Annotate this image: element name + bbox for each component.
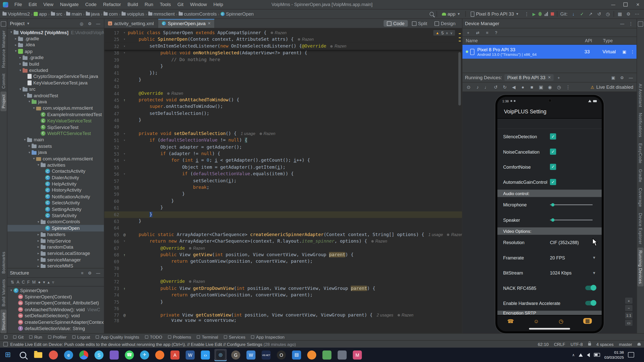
project-tree-item[interactable]: CryptoStorageServiceTest.java — [7, 73, 104, 80]
device-select[interactable]: Pixel 8 Pro API 33 ▼ — [469, 11, 521, 17]
stop-button[interactable] — [551, 12, 554, 16]
settings-gear-icon[interactable]: ⚙ — [87, 271, 93, 275]
chevron-down-icon[interactable]: ▼ — [592, 271, 596, 275]
project-tree-item[interactable]: ▸serviceLocalStorage — [7, 250, 104, 256]
notifications-bell-icon[interactable] — [638, 21, 643, 27]
usage-inlay[interactable]: 2 usages — [377, 312, 393, 319]
caret-position[interactable]: 62:10 — [538, 342, 549, 347]
more-icon[interactable]: ⋮ — [628, 21, 634, 26]
chevron-collapsed-icon[interactable]: ▸ — [18, 62, 23, 66]
code-line-68[interactable]: 68↑ public View getView(int position, Vi… — [104, 252, 462, 258]
line-number[interactable]: 45 — [104, 97, 121, 104]
code-line-58[interactable]: 58 break; — [104, 184, 462, 191]
menu-git[interactable]: Git — [175, 1, 186, 8]
home-icon[interactable]: ● — [520, 84, 526, 89]
line-number[interactable]: 25 — [104, 36, 121, 43]
code-line-77[interactable]: 77@ private View getCustomView(int posit… — [104, 312, 462, 319]
code-line-47[interactable]: 47 setDefaultSelection(); — [104, 110, 462, 117]
breadcrumb-item[interactable]: voipplus — [122, 12, 144, 17]
collapse-icon[interactable]: ▿ — [52, 280, 54, 284]
status-message[interactable]: Enable Live Edit on Device: Push code ed… — [10, 342, 296, 347]
code-line-65[interactable]: 65@ public static ArrayAdapter<CharSeque… — [104, 231, 462, 238]
code-line-49[interactable]: 49 — [104, 124, 462, 130]
chevron-expanded-icon[interactable]: ▾ — [27, 151, 32, 154]
line-number[interactable]: 41 — [104, 70, 121, 77]
code-line-76[interactable]: 76 — [104, 305, 462, 312]
nav-contacts-icon[interactable]: ☺ — [534, 318, 539, 324]
taskbar-app-skype[interactable]: S — [93, 349, 105, 361]
hide-panel-icon[interactable]: — — [95, 271, 101, 275]
project-tree-item[interactable]: CStartActivity — [7, 212, 104, 219]
breadcrumb-item[interactable]: src — [51, 12, 62, 17]
home-indicator[interactable] — [497, 326, 602, 331]
author-inlay[interactable]: Razen — [259, 130, 275, 137]
zoom-in-button[interactable]: + — [625, 298, 632, 304]
device-launch-icon[interactable]: ▣ — [620, 50, 628, 54]
code-line-75[interactable]: 75 } — [104, 299, 462, 305]
line-number[interactable]: 43 — [104, 83, 121, 90]
line-number[interactable]: 17 — [104, 30, 121, 36]
line-number[interactable]: 46 — [104, 104, 121, 110]
line-number[interactable]: 38 — [104, 50, 121, 57]
project-tree-item[interactable]: ▾main — [7, 137, 104, 143]
code-line-55[interactable]: 55 Object item = getAdapter().getItem(i)… — [104, 164, 462, 171]
git-update-icon[interactable]: ↓ — [571, 12, 576, 17]
close-icon[interactable]: ✕ — [548, 75, 551, 79]
code-line-61[interactable]: 61 } — [104, 204, 462, 211]
chevron-expanded-icon[interactable]: ▾ — [36, 163, 41, 167]
taskbar-app-green-app[interactable] — [321, 349, 333, 361]
nav-dialer-icon[interactable]: ☎ — [507, 318, 514, 324]
structure-tree-item[interactable]: monAttachedToWindow(): voidViewC — [7, 306, 104, 312]
maximize-button[interactable] — [619, 0, 632, 9]
line-number[interactable]: 70 — [104, 265, 121, 272]
indent-setting[interactable]: 4 spaces — [596, 342, 614, 347]
project-tree-item[interactable]: ▾java — [7, 99, 104, 105]
checkbox[interactable]: ✓ — [550, 164, 556, 170]
chevron-down-icon[interactable]: ▼ — [27, 22, 30, 25]
inspections-widget[interactable]: ▲ 5 ∧ ∨ — [433, 30, 456, 36]
read-only-lock-icon[interactable] — [588, 343, 591, 345]
author-inlay[interactable]: Razen — [330, 43, 346, 50]
record-icon[interactable]: ◉ — [547, 84, 553, 90]
breadcrumb-item[interactable]: VoipMms2 — [3, 12, 30, 17]
add-device-tab-icon[interactable]: + — [556, 75, 561, 80]
volume-down-icon[interactable]: ♩ — [484, 84, 490, 89]
taskbar-app-telegram[interactable]: ✈ — [138, 349, 151, 361]
tool-stripe-project[interactable]: Project — [1, 92, 7, 111]
code-line-32[interactable]: 32▾ setOnItemSelectedListener(new OnItem… — [104, 43, 462, 50]
line-number[interactable]: 61 — [104, 204, 121, 211]
line-number[interactable]: 51 — [104, 137, 121, 144]
line-number[interactable]: 42 — [104, 77, 121, 83]
power-icon[interactable]: ⊙ — [466, 84, 471, 90]
fold-marker-icon[interactable]: ▾ — [121, 50, 128, 57]
author-inlay[interactable]: Razen — [271, 30, 287, 36]
float-panel-icon[interactable]: ▣ — [610, 75, 616, 80]
overriding-method-icon[interactable]: ↑ — [121, 285, 128, 292]
tool-window-icon[interactable] — [1, 21, 6, 27]
hide-panel-icon[interactable]: — — [619, 21, 625, 26]
taskbar-clock[interactable]: 01:38 03/03/2025 — [604, 350, 624, 360]
line-number[interactable]: 75 — [104, 299, 121, 305]
toolwindow-terminal[interactable]: Terminal — [197, 335, 218, 340]
line-number[interactable]: 50 — [104, 130, 121, 137]
project-tree-item[interactable]: CNotificationActivity — [7, 193, 104, 200]
project-tree-item[interactable]: ▾com.voipplus.mmsclient — [7, 105, 104, 111]
breadcrumb-item[interactable]: mmsclient — [148, 12, 175, 17]
nav-settings-icon[interactable]: ▦ — [583, 318, 592, 324]
chevron-collapsed-icon[interactable]: ▸ — [27, 144, 32, 148]
overriding-method-icon[interactable]: ↑ — [121, 252, 128, 258]
project-tree-item[interactable]: KeyValueServiceTest.java — [7, 80, 104, 86]
hide-panel-icon[interactable]: — — [628, 75, 634, 80]
chevron-expanded-icon[interactable]: ▾ — [32, 106, 36, 110]
nav-history-icon[interactable]: ◷ — [559, 318, 564, 324]
tool-stripe-bookmarks[interactable]: Bookmarks — [1, 249, 7, 276]
code-line-42[interactable]: 42 } — [104, 77, 462, 83]
breadcrumb-item[interactable]: app — [34, 12, 47, 17]
run-button[interactable]: ▶ — [533, 12, 536, 16]
project-tree-item[interactable]: ▸.gradle — [7, 54, 104, 61]
line-number[interactable]: 74 — [104, 292, 121, 299]
fold-marker-icon[interactable]: ▾ — [121, 171, 128, 178]
breadcrumb-item[interactable]: customControls — [179, 12, 217, 17]
project-tree-item[interactable]: ▾app — [7, 48, 104, 54]
breadcrumb-item[interactable]: CSpinnerOpen — [221, 12, 254, 17]
